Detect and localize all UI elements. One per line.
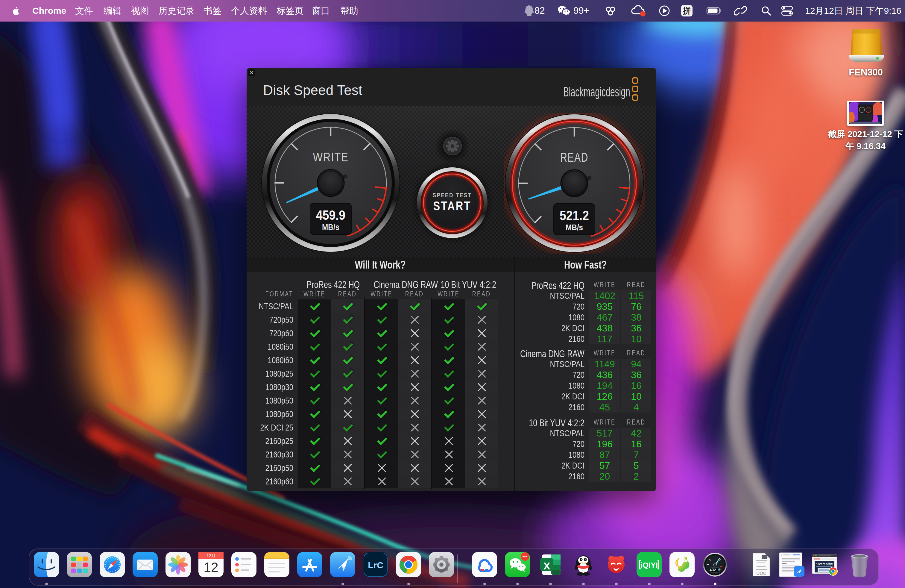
svg-text:SPEED TEST: SPEED TEST xyxy=(433,192,472,199)
svg-text:12月: 12月 xyxy=(206,553,216,558)
svg-text:X: X xyxy=(543,560,550,572)
svg-text:MB/s: MB/s xyxy=(322,223,340,232)
svg-text:459.9: 459.9 xyxy=(316,208,345,222)
svg-text:LrC: LrC xyxy=(368,560,383,570)
svg-text:1G文件 1秒传: 1G文件 1秒传 xyxy=(816,563,833,566)
svg-text:521.2: 521.2 xyxy=(560,208,589,223)
svg-text:DOC: DOC xyxy=(756,571,767,576)
svg-text:WRITE: WRITE xyxy=(313,150,349,164)
svg-text:READ: READ xyxy=(560,150,588,164)
svg-text:START: START xyxy=(433,199,472,213)
svg-text:432.5: 432.5 xyxy=(710,568,720,572)
svg-text:MB/s: MB/s xyxy=(566,223,583,232)
svg-text:iQIYI: iQIYI xyxy=(640,561,658,569)
svg-text:12: 12 xyxy=(204,560,219,575)
